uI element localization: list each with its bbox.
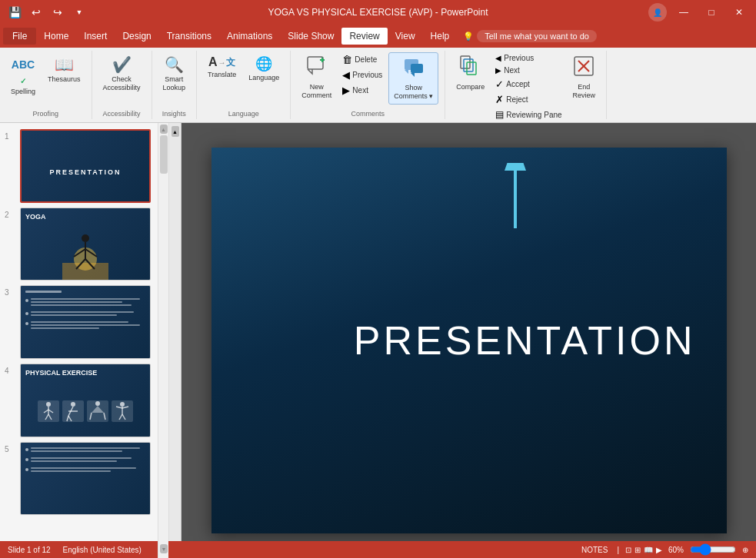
slide-item-4[interactable]: 4 PHYSICAL EXERCISE — [5, 364, 164, 437]
comments-column: 🗑 Delete ◀ Previous ▶ Next — [339, 52, 385, 98]
tell-me-text[interactable]: Tell me what you want to do — [477, 30, 597, 42]
slide-view: PRESENTATION — [182, 123, 756, 558]
slide-thumb-1[interactable]: PRESENTATION — [20, 129, 151, 203]
next-comment-label: Next — [352, 86, 368, 95]
menu-home[interactable]: Home — [36, 28, 76, 45]
menu-review[interactable]: Review — [341, 28, 387, 45]
language-button[interactable]: 🌐 Language — [244, 52, 284, 85]
delete-icon: 🗑 — [342, 54, 352, 65]
show-comments-button[interactable]: ShowComments ▾ — [388, 52, 438, 105]
slide-thumb-2[interactable]: YOGA — [20, 208, 151, 281]
slide-number-2: 2 — [5, 211, 15, 219]
accessibility-buttons: ✔️ CheckAccessibility — [98, 52, 145, 108]
menu-animations[interactable]: Animations — [219, 28, 280, 45]
slideshow-button[interactable]: ▶ — [656, 546, 662, 554]
status-bar: Slide 1 of 12 English (United States) NO… — [0, 541, 756, 558]
compare-buttons: Compare ◀ Previous ▶ Next ✓ Accept ✗ Rej… — [451, 52, 600, 121]
svg-point-25 — [71, 402, 75, 407]
ribbon-group-proofing: ABC ✓ Spelling 📖 Thesaurus Proofing — [0, 51, 92, 119]
save-icon[interactable]: 💾 — [6, 4, 23, 21]
menu-help[interactable]: Help — [423, 28, 458, 45]
svg-line-35 — [116, 407, 122, 408]
minimize-button[interactable]: — — [673, 2, 694, 23]
show-comments-label: ShowComments ▾ — [394, 84, 433, 101]
previous-compare-label: Previous — [504, 54, 534, 62]
reading-view-button[interactable]: 📖 — [644, 546, 653, 554]
comments-buttons: NewComment 🗑 Delete ◀ Previous ▶ Next — [297, 52, 438, 108]
window-avatar[interactable]: 👤 — [648, 3, 667, 22]
undo-icon[interactable]: ↩ — [28, 4, 45, 21]
scroll-up-arrow[interactable]: ▲ — [172, 126, 179, 137]
close-button[interactable]: ✕ — [728, 2, 750, 23]
slide-number-3: 3 — [5, 288, 15, 297]
slide-thumb-3[interactable] — [20, 285, 151, 359]
normal-view-button[interactable]: ⊡ — [625, 546, 631, 554]
end-review-button[interactable]: EndReview — [568, 52, 601, 103]
panel-separator: ▲ ▼ — [169, 123, 182, 558]
previous-comment-icon: ◀ — [342, 69, 350, 81]
zoom-fit-icon[interactable]: ⊕ — [742, 546, 748, 554]
compare-column: ◀ Previous ▶ Next ✓ Accept ✗ Reject ▤ — [492, 52, 565, 121]
slide-main-title: PRESENTATION — [354, 317, 711, 364]
check-accessibility-label: CheckAccessibility — [103, 75, 141, 92]
slide-item-2[interactable]: 2 YOGA — [5, 208, 164, 281]
menu-design[interactable]: Design — [115, 28, 158, 45]
slide-4-images — [25, 380, 145, 437]
next-comment-button[interactable]: ▶ Next — [339, 83, 385, 98]
menu-view[interactable]: View — [388, 28, 423, 45]
slide-panel: ▲ ▼ 1 PRESENTATION 2 YOGA — [0, 123, 169, 558]
svg-line-21 — [44, 410, 48, 413]
reject-button[interactable]: ✗ Reject — [492, 92, 565, 107]
slide-1-preview: PRESENTATION — [22, 131, 149, 203]
slide-canvas[interactable]: PRESENTATION — [211, 148, 727, 533]
scroll-thumb[interactable] — [160, 135, 168, 174]
ribbon-group-insights: 🔍 SmartLookup Insights — [152, 51, 198, 119]
status-divider: | — [617, 546, 619, 554]
smart-lookup-label: SmartLookup — [163, 75, 186, 92]
maximize-button[interactable]: □ — [701, 2, 722, 23]
accessibility-group-label: Accessibility — [103, 108, 141, 118]
slide-number-5: 5 — [5, 445, 15, 453]
spelling-icon: ABC ✓ — [12, 55, 35, 86]
slide-item-5[interactable]: 5 — [5, 442, 164, 516]
accept-button[interactable]: ✓ Accept — [492, 77, 565, 91]
menu-slideshow[interactable]: Slide Show — [280, 28, 341, 45]
slide-panel-scrollbar[interactable]: ▲ ▼ — [158, 123, 168, 558]
redo-icon[interactable]: ↪ — [49, 4, 66, 21]
scroll-down-icon[interactable]: ▼ — [160, 544, 168, 553]
compare-button[interactable]: Compare — [451, 52, 489, 95]
menu-insert[interactable]: Insert — [76, 28, 115, 45]
slide-sorter-button[interactable]: ⊞ — [634, 546, 641, 554]
reviewing-pane-label: Reviewing Pane — [506, 111, 561, 119]
customize-qa-icon[interactable]: ▼ — [71, 4, 88, 21]
ribbon-group-accessibility: ✔️ CheckAccessibility Accessibility — [92, 51, 152, 119]
zoom-slider[interactable] — [690, 546, 736, 553]
previous-comment-button[interactable]: ◀ Previous — [339, 68, 385, 82]
spelling-button[interactable]: ABC ✓ Spelling — [6, 52, 40, 99]
slide-4-label: PHYSICAL EXERCISE — [25, 369, 145, 377]
menu-transitions[interactable]: Transitions — [159, 28, 219, 45]
svg-point-33 — [120, 402, 125, 407]
slide-thumb-5[interactable] — [20, 442, 151, 516]
smart-lookup-button[interactable]: 🔍 SmartLookup — [158, 52, 191, 95]
svg-line-24 — [48, 414, 52, 420]
delete-button[interactable]: 🗑 Delete — [339, 52, 385, 67]
slide-item-1[interactable]: 1 PRESENTATION — [5, 129, 164, 203]
notes-button[interactable]: NOTES — [578, 546, 611, 554]
next-compare-button[interactable]: ▶ Next — [492, 65, 565, 76]
check-accessibility-button[interactable]: ✔️ CheckAccessibility — [98, 52, 145, 95]
new-comment-button[interactable]: NewComment — [297, 52, 336, 103]
reviewing-pane-button[interactable]: ▤ Reviewing Pane — [492, 108, 565, 121]
next-compare-icon: ▶ — [495, 66, 501, 75]
language-buttons: A → 文 Translate 🌐 Language — [203, 52, 284, 108]
translate-label: Translate — [208, 71, 236, 79]
slide-number-4: 4 — [5, 367, 15, 375]
translate-button[interactable]: A → 文 Translate — [203, 52, 241, 82]
menu-file[interactable]: File — [3, 28, 36, 45]
slide-thumb-4[interactable]: PHYSICAL EXERCISE — [20, 364, 151, 437]
scroll-up-icon[interactable]: ▲ — [160, 125, 168, 134]
previous-compare-button[interactable]: ◀ Previous — [492, 52, 565, 64]
slide-4-preview: PHYSICAL EXERCISE — [21, 364, 150, 437]
thesaurus-button[interactable]: 📖 Thesaurus — [43, 52, 85, 87]
slide-item-3[interactable]: 3 — [5, 285, 164, 359]
